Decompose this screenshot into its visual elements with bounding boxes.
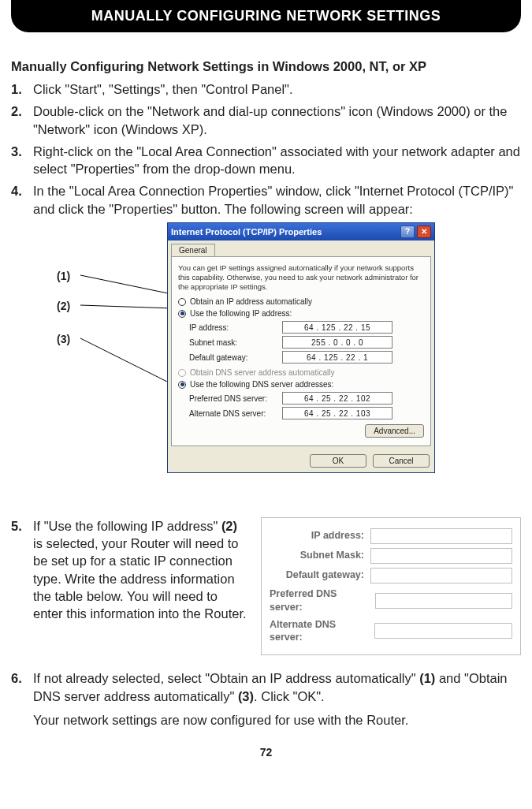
- radio-icon: [178, 298, 186, 306]
- step5-text: If "Use the following IP address" (2) is…: [33, 517, 250, 623]
- dialog-titlebar[interactable]: Internet Protocol (TCP/IP) Properties ? …: [168, 223, 434, 240]
- label-adns: Alternate DNS server:: [189, 409, 282, 418]
- blank-gw[interactable]: [370, 568, 512, 583]
- steps-list: 1. Click "Start", "Settings", then "Cont…: [11, 80, 521, 218]
- radio-label: Obtain an IP address automatically: [190, 297, 312, 306]
- page-number: 72: [11, 746, 521, 759]
- radio-label: Use the following DNS server addresses:: [190, 380, 333, 389]
- radio-icon: [178, 381, 186, 389]
- close-icon[interactable]: ✕: [417, 226, 431, 238]
- step6-followup: Your network settings are now configured…: [11, 711, 521, 729]
- step-text-bold: (3): [238, 689, 254, 703]
- label-ip: IP address:: [189, 323, 282, 332]
- dialog-note: You can get IP settings assigned automat…: [178, 263, 424, 292]
- page-header: MANUALLY CONFIGURING NETWORK SETTINGS: [11, 0, 521, 32]
- step-number: 1.: [11, 80, 33, 98]
- blank-pdns[interactable]: [375, 593, 512, 609]
- step-text-frag: is selected, your Router will need to be…: [33, 536, 247, 621]
- radio-use-ip[interactable]: Use the following IP address:: [178, 309, 424, 318]
- blank-label-gw: Default gateway:: [286, 569, 364, 582]
- input-pdns[interactable]: 64 . 25 . 22 . 102: [282, 392, 392, 404]
- step-text: Right-click on the "Local Area Connectio…: [33, 143, 521, 178]
- input-gateway[interactable]: 64 . 125 . 22 . 1: [282, 351, 392, 363]
- blank-label-adns: Alternate DNS server:: [270, 618, 368, 645]
- step-text-frag: If "Use the following IP address": [33, 519, 221, 533]
- ok-button[interactable]: OK: [310, 454, 366, 468]
- help-icon[interactable]: ?: [400, 226, 415, 238]
- step-text-bold: (1): [419, 671, 435, 685]
- step-text-bold: (2): [221, 519, 237, 533]
- radio-obtain-dns: Obtain DNS server address automatically: [178, 368, 424, 377]
- input-adns[interactable]: 64 . 25 . 22 . 103: [282, 407, 392, 419]
- step-number: 6.: [11, 669, 33, 687]
- step-text-frag: If not already selected, select "Obtain …: [33, 671, 419, 685]
- step-number: 5.: [11, 517, 33, 535]
- svg-line-2: [80, 338, 172, 384]
- svg-line-0: [80, 275, 172, 294]
- label-gateway: Default gateway:: [189, 353, 282, 362]
- radio-label: Use the following IP address:: [190, 309, 292, 318]
- tab-panel: You can get IP settings assigned automat…: [171, 256, 431, 447]
- step-text-frag: . Click "OK".: [254, 689, 325, 703]
- dialog-tabs: General: [171, 244, 431, 256]
- step-text: Double-click on the "Network and dial-up…: [33, 103, 521, 138]
- cancel-button[interactable]: Cancel: [373, 454, 430, 468]
- tab-general[interactable]: General: [171, 244, 215, 256]
- step-text: In the "Local Area Connection Properties…: [33, 182, 521, 218]
- callout-3: (3): [57, 333, 70, 345]
- radio-use-dns[interactable]: Use the following DNS server addresses:: [178, 380, 424, 389]
- blank-ip[interactable]: [370, 528, 512, 544]
- address-table: IP address: Subnet Mask: Default gateway…: [261, 517, 521, 656]
- input-subnet[interactable]: 255 . 0 . 0 . 0: [282, 336, 392, 349]
- step-number: 4.: [11, 182, 33, 199]
- tcpip-dialog: Internet Protocol (TCP/IP) Properties ? …: [167, 222, 435, 474]
- callout-2: (2): [57, 300, 70, 312]
- radio-icon: [178, 310, 186, 318]
- step-number: 2.: [11, 103, 33, 120]
- radio-label: Obtain DNS server address automatically: [190, 368, 334, 377]
- dialog-title: Internet Protocol (TCP/IP) Properties: [171, 227, 398, 237]
- radio-obtain-ip[interactable]: Obtain an IP address automatically: [178, 297, 424, 306]
- label-subnet: Subnet mask:: [189, 338, 282, 347]
- radio-icon: [178, 369, 186, 377]
- input-ip[interactable]: 64 . 125 . 22 . 15: [282, 321, 392, 334]
- blank-label-ip: IP address:: [311, 529, 364, 542]
- step-number: 3.: [11, 143, 33, 160]
- blank-label-mask: Subnet Mask:: [300, 549, 364, 562]
- blank-adns[interactable]: [374, 623, 512, 639]
- steps-list-cont: 5. If "Use the following IP address" (2)…: [11, 517, 521, 705]
- step-text: Click "Start", "Settings", then "Control…: [33, 80, 521, 98]
- blank-mask[interactable]: [370, 548, 512, 564]
- svg-line-1: [80, 305, 172, 308]
- section-subhead: Manually Configuring Network Settings in…: [11, 59, 521, 74]
- callout-1: (1): [57, 270, 70, 282]
- label-pdns: Preferred DNS server:: [189, 394, 282, 403]
- blank-label-pdns: Preferred DNS server:: [270, 587, 369, 614]
- dialog-illustration: (1) (2) (3) Internet Protocol (TCP/IP) P…: [11, 222, 521, 506]
- advanced-button[interactable]: Advanced...: [365, 424, 424, 438]
- step6-text: If not already selected, select "Obtain …: [33, 669, 521, 705]
